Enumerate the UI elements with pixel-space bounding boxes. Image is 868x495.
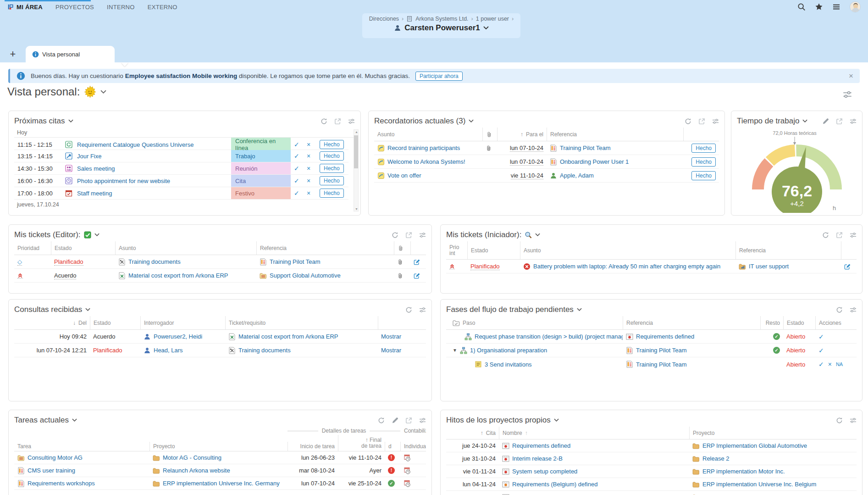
complete-step-icon[interactable]: ✓ [818, 361, 824, 368]
project-link[interactable]: ERP implementation Universe Inc. Germany [163, 480, 280, 487]
decline-icon[interactable]: × [304, 175, 316, 187]
menu-item-mi-area[interactable]: MI ÁREA [7, 4, 43, 11]
appointment-link[interactable]: Sales meeting [77, 165, 115, 172]
decline-icon[interactable]: × [304, 162, 316, 174]
open-in-new-icon[interactable] [334, 118, 341, 125]
accept-icon[interactable]: ✓ [291, 187, 304, 199]
task-link[interactable]: Requirements workshops [28, 480, 95, 487]
done-button[interactable]: Hecho [320, 151, 344, 161]
open-in-new-icon[interactable] [836, 232, 843, 239]
open-in-new-icon[interactable] [836, 118, 843, 125]
reference-link[interactable]: Training Pilot Team [270, 258, 321, 265]
asker-link[interactable]: Poweruser2, Heidi [154, 333, 202, 340]
favorites-star-icon[interactable] [815, 3, 823, 11]
col-resto[interactable]: Resto [760, 316, 783, 329]
asker-link[interactable]: Head, Lars [154, 347, 183, 354]
hamburger-menu-icon[interactable] [832, 3, 840, 11]
widget-settings-icon[interactable] [850, 118, 857, 125]
accept-icon[interactable]: ✓ [291, 162, 304, 174]
refresh-icon[interactable] [836, 306, 843, 313]
accept-icon[interactable]: ✓ [291, 150, 304, 162]
col-proyecto[interactable]: Proyecto [149, 442, 287, 451]
accept-icon[interactable]: ✓ [291, 138, 304, 151]
book-time-icon[interactable] [404, 467, 411, 474]
workflow-step-link[interactable]: 3 Send invitations [485, 361, 532, 368]
col-d[interactable]: d [385, 442, 400, 451]
project-link[interactable]: Relaunch Arkona website [163, 467, 230, 474]
col-estado[interactable]: Estado [467, 241, 520, 259]
scrollbar-thumb[interactable] [354, 135, 358, 168]
refresh-icon[interactable] [321, 118, 327, 125]
dashboard-settings-sliders-icon[interactable] [843, 90, 852, 99]
milestone-link[interactable]: Requirements defined [512, 442, 570, 449]
decline-icon[interactable]: × [304, 187, 316, 199]
col-del[interactable]: ↓Del [14, 316, 90, 329]
ticket-status[interactable]: Planificado [470, 263, 500, 270]
col-para-el[interactable]: ↑Para el [497, 128, 547, 141]
not-applicable-icon[interactable]: NA [836, 362, 843, 367]
done-button[interactable]: Hecho [320, 176, 344, 185]
ticket-link[interactable]: Material cost export from Arkona ERP [238, 333, 338, 340]
menu-item-interno[interactable]: INTERNO [107, 4, 135, 11]
widget-settings-icon[interactable] [419, 306, 426, 313]
col-estado[interactable]: Estado [783, 316, 815, 329]
ticket-status[interactable]: Acuerdo [54, 272, 76, 279]
col-tarea[interactable]: Tarea [14, 442, 149, 451]
reminder-due-date[interactable]: lun 07-10-24 [510, 158, 543, 166]
appointment-link[interactable]: Requirement Catalogue Questions Universe [77, 141, 194, 148]
refresh-icon[interactable] [392, 232, 398, 239]
attachment-icon[interactable] [397, 259, 404, 265]
widget-title-tiempo-de-trabajo[interactable]: Tiempo de trabajo [737, 117, 807, 126]
reminder-link[interactable]: Record training participants [387, 145, 460, 151]
done-button[interactable]: Hecho [691, 144, 716, 153]
open-in-new-icon[interactable] [405, 417, 412, 424]
widget-settings-icon[interactable] [850, 232, 857, 239]
ticket-link[interactable]: Battery problem with laptop: Already 50 … [533, 263, 720, 270]
refresh-icon[interactable] [822, 232, 829, 239]
breadcrumb-company[interactable]: Arkona Systems Ltd. [415, 16, 468, 22]
widget-title-recordatorios[interactable]: Recordatorios actuales (3) [374, 117, 474, 126]
appointment-link[interactable]: Jour Fixe [77, 153, 101, 160]
ticket-link[interactable]: Training documents [128, 258, 181, 265]
book-time-icon[interactable] [404, 480, 411, 487]
attachment-icon[interactable] [397, 273, 404, 279]
edit-pencil-icon[interactable] [392, 417, 398, 424]
show-link[interactable]: Mostrar [381, 333, 401, 340]
project-link[interactable]: ERP implementation Motor Inc. [702, 468, 785, 475]
banner-close-icon[interactable]: × [849, 72, 853, 80]
priority-high-icon[interactable] [449, 264, 455, 269]
complete-step-icon[interactable]: ✓ [818, 347, 824, 354]
col-nombre[interactable]: Nombre↑ [499, 427, 689, 439]
widget-title-mis-tickets-editor[interactable]: Mis tickets (Editor): [14, 230, 100, 239]
col-acciones[interactable]: Acciones [815, 316, 857, 329]
chevron-down-icon[interactable] [100, 90, 106, 94]
edit-pencil-icon[interactable] [822, 118, 829, 125]
col-referencia[interactable]: Referencia [735, 241, 841, 259]
reference-link[interactable]: Training Pilot Team [636, 347, 687, 354]
widget-title-fases-flujo[interactable]: Fases del flujo de trabajo pendientes [446, 305, 582, 314]
reminder-link[interactable]: Vote on offer [387, 172, 421, 179]
book-time-icon[interactable] [404, 454, 411, 462]
col-ticket-requisito[interactable]: Ticket/requisito [225, 316, 378, 329]
project-link[interactable]: Motor AG - Consulting [163, 454, 221, 461]
widget-settings-icon[interactable] [850, 306, 857, 313]
breadcrumb-direcciones[interactable]: Direcciones [369, 16, 399, 22]
show-link[interactable]: Mostrar [381, 347, 401, 354]
col-final-de-tarea[interactable]: ↑ Finalde tarea [338, 435, 385, 451]
widget-settings-icon[interactable] [348, 118, 355, 125]
participate-now-button[interactable]: Participar ahora [415, 72, 463, 81]
task-link[interactable]: Consulting Motor AG [28, 454, 83, 461]
project-link[interactable]: Release 2 [702, 455, 730, 462]
done-button[interactable]: Hecho [691, 157, 716, 167]
edit-icon[interactable] [844, 263, 851, 270]
reference-link[interactable]: Requirements defined [636, 333, 694, 340]
widget-title-tareas-actuales[interactable]: Tareas actuales [14, 416, 77, 425]
milestone-link[interactable]: Interim release 2-B [512, 455, 563, 462]
attachment-icon[interactable] [486, 145, 492, 151]
milestone-link[interactable]: System setup completed [512, 468, 577, 475]
attachment-column-icon[interactable] [398, 245, 404, 251]
menu-item-proyectos[interactable]: PROYECTOS [55, 4, 94, 11]
project-link[interactable]: ERP implementation Universe Inc. Belgium [702, 481, 816, 488]
edit-icon[interactable] [414, 259, 420, 265]
widget-settings-icon[interactable] [712, 118, 719, 125]
